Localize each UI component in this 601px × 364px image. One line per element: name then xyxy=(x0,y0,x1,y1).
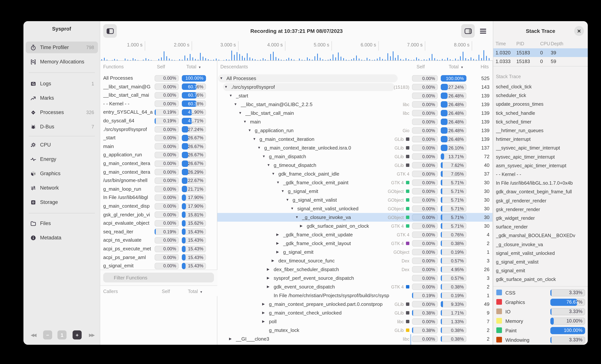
callers-total-header[interactable]: Total▼ xyxy=(188,289,203,294)
expander-closed-icon[interactable]: ▶ xyxy=(276,239,279,248)
descendants-self-header[interactable]: Self xyxy=(417,64,425,69)
descendant-row[interactable]: ▼__libc_start_call_mainlibc0.00%26.48%26… xyxy=(217,109,492,117)
expander-open-icon[interactable]: ▼ xyxy=(224,83,228,91)
function-row[interactable]: /usr/bin/gnome-shell0.00%22.67%22.67% xyxy=(100,176,217,185)
expander-open-icon[interactable]: ▼ xyxy=(271,170,275,178)
callers-self-header[interactable]: Self xyxy=(162,289,170,294)
descendant-row[interactable]: ▶_gdk_frame_clock_emit_updateGTK 40.00%0… xyxy=(217,230,492,239)
descendants-total-header[interactable]: Total▼ xyxy=(449,64,464,69)
expander-open-icon[interactable]: ▼ xyxy=(295,213,299,222)
sidebar-item-network[interactable]: Network xyxy=(26,182,98,194)
callers-column-header[interactable]: Callers xyxy=(103,289,118,294)
descendant-row[interactable]: ▼g_application_runGio0.00%26.48%26.48%13… xyxy=(217,126,492,135)
function-row[interactable]: ./src/sysprof/sysprof0.00%27.24%27.24% xyxy=(100,125,217,134)
function-row[interactable]: g_main_context_itera0.00%26.67%26.67% xyxy=(100,159,217,168)
function-row[interactable]: All Processes0.00%100.00%100.00% xyxy=(100,74,217,82)
functions-total-header[interactable]: Total▼ xyxy=(186,64,201,69)
function-row[interactable]: acpi_ns_evaluate0.00%15.43%15.43% xyxy=(100,236,217,244)
expander-open-icon[interactable]: ▼ xyxy=(257,144,261,152)
toggle-right-panel-button[interactable] xyxy=(461,24,475,38)
descendant-row[interactable]: ▼gdk_frame_clock_paint_idleGTK 40.00%7.0… xyxy=(217,170,492,178)
functions-column-header[interactable]: Functions xyxy=(103,64,124,69)
descendant-row[interactable]: ▼g_main_context_iterate_unlocked.isra.0G… xyxy=(217,144,492,152)
sample-row[interactable]: 1.033315183059 xyxy=(493,57,588,66)
expander-closed-icon[interactable]: ▶ xyxy=(229,335,232,343)
expander-open-icon[interactable]: ▼ xyxy=(286,196,289,204)
descendant-row[interactable]: ▼g_timeout_dispatchGLib0.00%7.62%7.62%40 xyxy=(217,161,492,170)
stack-frame[interactable]: gsk_renderer_render xyxy=(496,205,587,214)
descendant-row[interactable]: ▼main0.00%26.48%26.48%139 xyxy=(217,117,492,126)
sidebar-item-marks[interactable]: Marks xyxy=(26,92,98,104)
stack-frame[interactable]: _g_closure_invoke_va xyxy=(496,240,587,249)
expander-open-icon[interactable]: ▼ xyxy=(262,152,266,161)
zoom-in-button[interactable]: + xyxy=(73,330,82,339)
descendant-row[interactable]: ▼signal_emit_valist_unlockedGObject0.00%… xyxy=(217,204,492,213)
descendant-row[interactable]: ▶_gdk_frame_clock_emit_layoutGTK 40.00%0… xyxy=(217,239,492,248)
stack-frame[interactable]: tick_sched_handle xyxy=(496,109,587,117)
expander-closed-icon[interactable]: ▶ xyxy=(262,308,265,317)
sample-row[interactable]: 1.032015183039 xyxy=(493,48,588,57)
descendant-row[interactable]: ▶__GI___clone3libc0.00%0.38%0.38%2 xyxy=(217,335,492,343)
stack-frame[interactable]: scheduler_tick xyxy=(496,91,587,100)
stack-frame[interactable]: tick_sched_timer xyxy=(496,118,587,126)
descendants-hits-header[interactable]: Hits xyxy=(481,64,489,69)
sidebar-item-metadata[interactable]: Metadata xyxy=(26,232,98,244)
stack-frame[interactable]: g_signal_emit xyxy=(496,267,587,275)
descendant-row[interactable]: ▼All Processes0.00%100.00%100.00%525 xyxy=(217,74,492,83)
function-row[interactable]: In File /usr/lib64/libgl0.00%17.90%17.90… xyxy=(100,193,217,202)
stack-frame[interactable]: __sysvec_apic_timer_interrupt xyxy=(496,144,587,152)
descendant-row[interactable]: In File /home/christian/Projects/sysprof… xyxy=(217,291,492,300)
sidebar-item-processes[interactable]: Processes326 xyxy=(26,106,98,118)
function-row[interactable]: gsk_gl_render_job_vi0.00%15.81%15.81% xyxy=(100,211,217,219)
function-row[interactable]: acpi_ps_parse_aml0.00%15.43%15.43% xyxy=(100,253,217,261)
sidebar-item-d-bus[interactable]: D-Bus7 xyxy=(26,121,98,133)
descendant-row[interactable]: ▼__libc_start_main@GLIBC_2.2.5libc0.00%2… xyxy=(217,100,492,109)
descendant-row[interactable]: ▶dex_fiber_scheduler_dispatchDex0.00%4.9… xyxy=(217,265,492,274)
descendant-row[interactable]: ▼_start0.00%26.48%26.48%139 xyxy=(217,91,492,100)
descendant-row[interactable]: ▼_gdk_frame_clock_emit_paintGTK 40.00%5.… xyxy=(217,178,492,187)
descendant-row[interactable]: ▶gdk_surface_paint_on_clockGTK 40.00%5.7… xyxy=(217,222,492,230)
sidebar-item-time-profiler[interactable]: Time Profiler798 xyxy=(26,41,98,53)
stack-frame[interactable]: __hrtimer_run_queues xyxy=(496,126,587,135)
expander-open-icon[interactable]: ▼ xyxy=(290,204,294,213)
sidebar-item-graphics[interactable]: Graphics xyxy=(26,168,98,179)
descendant-row[interactable]: ▶g_main_context_prepare_unlocked.part.0.… xyxy=(217,300,492,308)
expander-open-icon[interactable]: ▼ xyxy=(234,100,237,109)
descendant-row[interactable]: ▼_g_closure_invoke_vaGObject0.00%5.71%5.… xyxy=(217,213,492,222)
sidebar-item-storage[interactable]: Storage xyxy=(26,196,98,208)
stack-frame[interactable]: hrtimer_interrupt xyxy=(496,135,587,144)
expander-open-icon[interactable]: ▼ xyxy=(276,178,280,187)
expander-closed-icon[interactable]: ▶ xyxy=(271,256,274,265)
functions-self-header[interactable]: Self xyxy=(157,64,165,69)
function-row[interactable]: do_syscall_640.19%0.19%41.71%41.71% xyxy=(100,117,217,125)
zoom-out-button[interactable]: − xyxy=(43,330,52,339)
sidebar-item-energy[interactable]: Energy xyxy=(26,153,98,165)
expander-closed-icon[interactable]: ▶ xyxy=(276,230,279,239)
descendant-row[interactable]: ▼g_main_dispatchGLib0.00%13.71%13.71%72 xyxy=(217,152,492,161)
sidebar-item-cpu[interactable]: CPU xyxy=(26,139,98,151)
function-row[interactable]: g_main_context_disp0.00%17.90%17.90% xyxy=(100,202,217,210)
descendant-row[interactable]: ▼./src/sysprof/sysprof(15183)0.00%27.24%… xyxy=(217,83,492,91)
expander-closed-icon[interactable]: ▶ xyxy=(262,300,265,308)
expander-open-icon[interactable]: ▼ xyxy=(253,135,256,144)
function-row[interactable]: _start0.00%26.67%26.67% xyxy=(100,134,217,142)
expander-open-icon[interactable]: ▼ xyxy=(229,91,232,100)
stack-frame[interactable]: gdk_draw_context_begin_frame_full xyxy=(496,188,587,196)
stack-frame[interactable]: In File /usr/lib64/libGL.so.1.7.0+0x4b xyxy=(496,179,587,187)
function-row[interactable]: acpi_evaluate_object0.00%15.62%15.62% xyxy=(100,219,217,227)
stack-frame[interactable]: signal_emit_valist_unlocked xyxy=(496,249,587,258)
scrollbar-thumb[interactable] xyxy=(410,334,411,345)
stack-frame[interactable]: surface_render xyxy=(496,223,587,231)
zoom-level-button[interactable]: 1 xyxy=(58,330,67,339)
function-row[interactable]: g_main_context_itera0.00%26.29%26.29% xyxy=(100,168,217,176)
menu-button[interactable] xyxy=(476,24,490,38)
expander-open-icon[interactable]: ▼ xyxy=(220,74,223,83)
descendants-column-header[interactable]: Descendants xyxy=(220,64,248,69)
sidebar-item-logs[interactable]: Logs1 xyxy=(26,78,98,89)
descendant-row[interactable]: ▶dex_timeout_source_funcDex0.00%0.57%0.5… xyxy=(217,256,492,265)
stack-frame[interactable]: update_process_times xyxy=(496,100,587,109)
sidebar-item-memory-allocations[interactable]: Memory Allocations xyxy=(26,56,98,67)
timeline-chart[interactable]: 1.000 s2.000 s3.000 s4.000 s5.000 s6.000… xyxy=(100,40,493,61)
sidebar-item-files[interactable]: Files xyxy=(26,218,98,229)
expander-closed-icon[interactable]: ▶ xyxy=(262,317,265,326)
